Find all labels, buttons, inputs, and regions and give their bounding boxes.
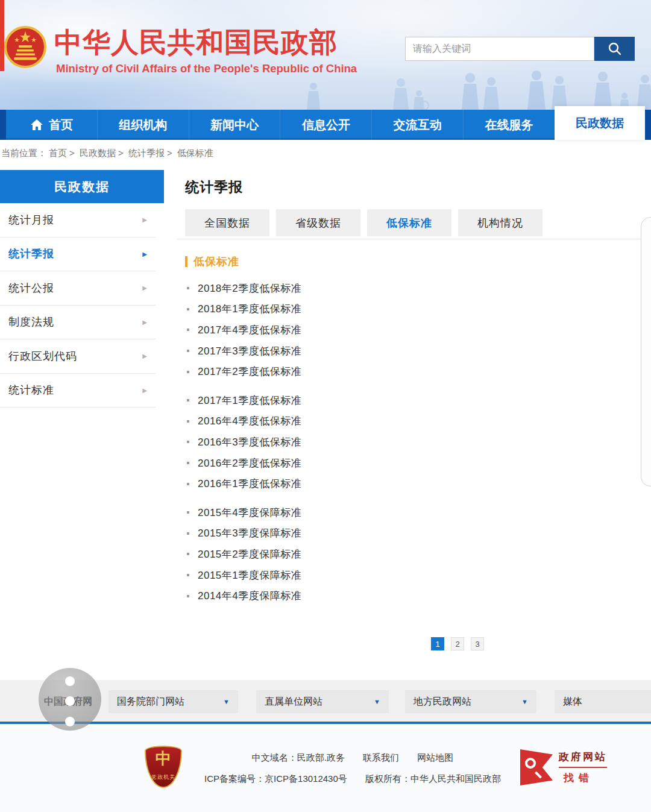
sidebar-item-statistical-standards[interactable]: 统计标准 ▶ [0, 374, 156, 408]
nav-item-home[interactable]: 首页 [6, 110, 98, 140]
pagination: 1 2 3 [431, 637, 484, 650]
list-item[interactable]: 2015年1季度保障标准 [185, 565, 523, 586]
sidebar-item-label: 行政区划代码 [8, 349, 77, 364]
tab-subsistence-standard[interactable]: 低保标准 [367, 209, 451, 236]
chevron-right-icon: ▶ [142, 319, 147, 326]
list-item[interactable]: 2015年3季度保障标准 [185, 523, 523, 544]
chevron-right-icon: ▶ [142, 216, 147, 223]
report-link[interactable]: 2015年2季度保障标准 [198, 547, 301, 561]
search-input[interactable] [405, 37, 594, 61]
footer-line-2: ICP备案编号：京ICP备13012430号 版权所有：中华人民共和国民政部 [181, 773, 524, 785]
list-item[interactable]: 2017年1季度低保标准 [185, 390, 523, 411]
report-link[interactable]: 2017年2季度低保标准 [198, 365, 301, 379]
list-item[interactable]: 2018年2季度低保标准 [185, 278, 523, 299]
tab-provincial-data[interactable]: 省级数据 [276, 209, 360, 236]
sidebar-item-admin-division-codes[interactable]: 行政区划代码 ▶ [0, 339, 156, 374]
sidebar-item-label: 统计标准 [8, 383, 54, 397]
ellipsis-dot-icon [65, 696, 75, 706]
scrollbar-pill[interactable] [641, 217, 651, 486]
sidebar-item-monthly-report[interactable]: 统计月报 ▶ [0, 203, 156, 238]
bullet-icon [187, 462, 189, 464]
list-item[interactable]: 2017年4季度低保标准 [185, 319, 523, 341]
report-link[interactable]: 2017年4季度低保标准 [198, 323, 301, 337]
bullet-icon [187, 350, 189, 352]
sidebar-menu: 统计月报 ▶ 统计季报 ▶ 统计公报 ▶ 制度法规 ▶ 行政区划代码 ▶ 统计标… [0, 203, 156, 408]
report-link[interactable]: 2014年4季度保障标准 [198, 589, 301, 603]
bullet-icon [187, 308, 189, 310]
sidebar-item-label: 统计月报 [8, 213, 54, 227]
report-link[interactable]: 2018年2季度低保标准 [198, 282, 301, 295]
dropdown-state-council-sites[interactable]: 国务院部门网站 ▼ [108, 690, 238, 713]
report-link[interactable]: 2015年1季度保障标准 [198, 568, 301, 582]
report-link[interactable]: 2015年3季度保障标准 [198, 526, 301, 540]
site-error-report-widget[interactable]: 政府网站 找错 [520, 749, 607, 785]
bullet-icon [187, 329, 189, 331]
list-item[interactable]: 2014年4季度保障标准 [185, 585, 523, 606]
page-button-3[interactable]: 3 [471, 637, 484, 650]
national-emblem-icon [4, 25, 47, 69]
nav-item-online-services[interactable]: 在线服务 [464, 110, 555, 140]
dropdown-affiliated-unit-sites[interactable]: 直属单位网站 ▼ [256, 690, 389, 713]
chevron-right-icon: ▶ [142, 353, 147, 359]
tab-national-data[interactable]: 全国数据 [185, 209, 269, 236]
report-link[interactable]: 2017年3季度低保标准 [198, 344, 301, 358]
breadcrumb-item-quarterly[interactable]: 统计季报 [128, 148, 165, 158]
list-item[interactable]: 2016年4季度低保标准 [185, 411, 523, 432]
floating-assistive-ball[interactable] [39, 668, 101, 731]
domain-label: 中文域名：民政部.政务 [252, 752, 345, 763]
nav-item-info-disclosure[interactable]: 信息公开 [280, 110, 372, 140]
list-item[interactable]: 2015年4季度保障标准 [185, 502, 523, 523]
site-header: 中华人民共和国民政部 Ministry of Civil Affairs of … [0, 0, 651, 110]
chevron-down-icon: ▼ [521, 698, 528, 705]
breadcrumb-item-data[interactable]: 民政数据 [80, 148, 116, 158]
report-link[interactable]: 2016年1季度低保标准 [198, 477, 301, 491]
ellipsis-dot-icon [65, 676, 75, 686]
report-link[interactable]: 2018年1季度低保标准 [198, 302, 301, 316]
list-item[interactable]: 2018年1季度低保标准 [185, 299, 523, 320]
list-item[interactable]: 2016年1季度低保标准 [185, 473, 523, 494]
list-item[interactable]: 2015年2季度保障标准 [185, 544, 523, 565]
tab-institution-status[interactable]: 机构情况 [458, 209, 542, 236]
list-item[interactable]: 2016年2季度低保标准 [185, 453, 523, 474]
sidebar-item-regulations[interactable]: 制度法规 ▶ [0, 306, 156, 340]
contact-us-link[interactable]: 联系我们 [363, 752, 399, 763]
site-map-link[interactable]: 网站地图 [417, 752, 453, 763]
nav-item-label: 首页 [49, 117, 73, 133]
footer-line-1: 中文域名：民政部.政务 联系我们 网站地图 [181, 752, 524, 764]
nav-item-label: 新闻中心 [210, 117, 259, 133]
page-button-1[interactable]: 1 [431, 637, 444, 650]
report-link[interactable]: 2015年4季度保障标准 [198, 506, 301, 520]
report-link[interactable]: 2016年4季度低保标准 [198, 414, 301, 428]
nav-item-news[interactable]: 新闻中心 [189, 110, 281, 140]
dropdown-label: 直属单位网站 [265, 696, 322, 708]
dropdown-local-civil-affairs-sites[interactable]: 地方民政网站 ▼ [405, 690, 536, 713]
nav-item-civil-affairs-data[interactable]: 民政数据 [555, 106, 645, 140]
report-link[interactable]: 2017年1季度低保标准 [198, 394, 301, 408]
search-button[interactable] [594, 37, 635, 61]
list-item[interactable]: 2016年3季度低保标准 [185, 432, 523, 453]
sidebar-item-label: 统计公报 [8, 281, 54, 295]
breadcrumb: 当前位置：首页> 民政数据> 统计季报> 低保标准 [1, 148, 216, 159]
search-box [405, 37, 635, 61]
report-list: 2018年2季度低保标准 2018年1季度低保标准 2017年4季度低保标准 2… [185, 278, 523, 614]
list-item[interactable]: 2017年3季度低保标准 [185, 341, 523, 362]
sidebar-item-quarterly-report[interactable]: 统计季报 ▶ [0, 238, 156, 272]
nav-item-organization[interactable]: 组织机构 [98, 110, 189, 140]
report-link[interactable]: 2016年2季度低保标准 [198, 456, 301, 470]
breadcrumb-item-current: 低保标准 [177, 148, 213, 158]
sidebar-title: 民政数据 [0, 170, 164, 203]
dropdown-label: 媒体 [563, 696, 582, 708]
report-group: 2018年2季度低保标准 2018年1季度低保标准 2017年4季度低保标准 2… [185, 278, 523, 382]
report-link[interactable]: 2016年3季度低保标准 [198, 435, 301, 449]
bullet-icon [187, 574, 189, 576]
report-group: 2017年1季度低保标准 2016年4季度低保标准 2016年3季度低保标准 2… [185, 390, 523, 494]
list-item[interactable]: 2017年2季度低保标准 [185, 361, 523, 382]
breadcrumb-separator: > [167, 148, 172, 158]
breadcrumb-item-home[interactable]: 首页 [49, 148, 67, 158]
nav-item-interaction[interactable]: 交流互动 [372, 110, 464, 140]
sidebar-item-statistical-bulletin[interactable]: 统计公报 ▶ [0, 271, 156, 306]
badge-emblem-icon: 中 [156, 751, 171, 767]
page-button-2[interactable]: 2 [451, 637, 464, 650]
bullet-icon [187, 441, 189, 443]
dropdown-media[interactable]: 媒体 [555, 690, 651, 713]
